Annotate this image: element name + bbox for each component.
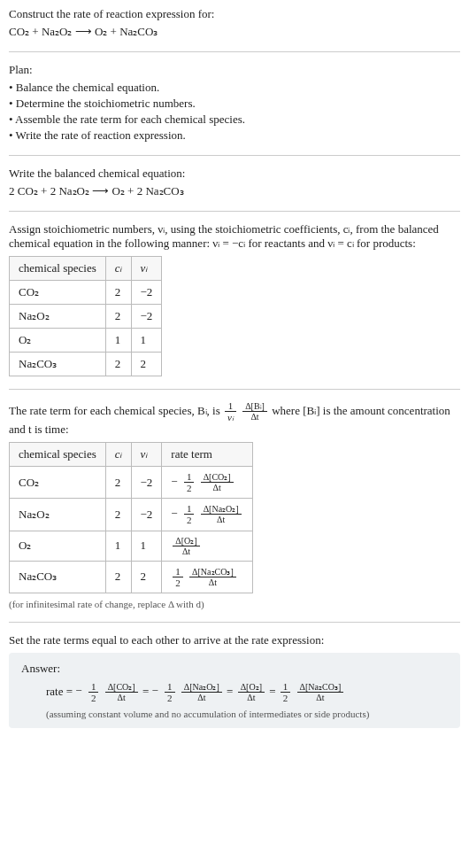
cell-species: Na₂CO₃ — [10, 561, 106, 593]
answer-box: Answer: rate = − 1 2 Δ[CO₂] Δt = − 1 2 Δ… — [9, 653, 460, 728]
col-nu: νᵢ — [131, 257, 162, 281]
cell-nu: 1 — [131, 531, 162, 561]
answer-label: Answer: — [21, 662, 448, 676]
col-rateterm: rate term — [162, 443, 252, 467]
cell-rateterm: − 1 2 Δ[Na₂O₂] Δt — [162, 499, 252, 531]
table-header-row: chemical species cᵢ νᵢ rate term — [10, 443, 253, 467]
plan-item: • Balance the chemical equation. — [9, 81, 460, 95]
cell-nu: 2 — [131, 561, 162, 593]
cell-nu: 1 — [131, 329, 162, 353]
cell-species: CO₂ — [10, 467, 106, 499]
cell-rateterm: Δ[O₂] Δt — [162, 531, 252, 561]
plan-item: • Write the rate of reaction expression. — [9, 128, 460, 143]
assign-section: Assign stoichiometric numbers, νᵢ, using… — [9, 222, 460, 376]
divider — [9, 51, 460, 52]
cell-nu: −2 — [131, 499, 162, 531]
cell-species: O₂ — [10, 531, 106, 561]
cell-species: Na₂CO₃ — [10, 353, 106, 376]
assign-text: Assign stoichiometric numbers, νᵢ, using… — [9, 222, 460, 251]
cell-c: 2 — [105, 561, 131, 593]
equals: = — [269, 684, 279, 697]
cell-nu: −2 — [131, 281, 162, 305]
cell-species: CO₂ — [10, 281, 106, 305]
coef-frac: 1 2 — [184, 503, 195, 525]
rateterm-table: chemical species cᵢ νᵢ rate term CO₂ 2 −… — [9, 442, 253, 593]
table-row: CO₂ 2 −2 — [10, 281, 162, 305]
cell-nu: −2 — [131, 305, 162, 329]
stoich-table: chemical species cᵢ νᵢ CO₂ 2 −2 Na₂O₂ 2 … — [9, 256, 162, 376]
balanced-equation: 2 CO₂ + 2 Na₂O₂ ⟶ O₂ + 2 Na₂CO₃ — [9, 184, 460, 198]
table-row: CO₂ 2 −2 − 1 2 Δ[CO₂] Δt — [10, 467, 253, 499]
plan-section: Plan: • Balance the chemical equation. •… — [9, 63, 460, 143]
delta-frac: Δ[CO₂] Δt — [105, 682, 138, 702]
cell-nu: 2 — [131, 353, 162, 376]
balanced-label: Write the balanced chemical equation: — [9, 167, 460, 181]
table-row: Na₂CO₃ 2 2 — [10, 353, 162, 376]
cell-c: 2 — [105, 499, 131, 531]
cell-species: Na₂O₂ — [10, 499, 106, 531]
delta-frac: Δ[Na₂O₂] Δt — [181, 682, 222, 702]
cell-c: 2 — [105, 467, 131, 499]
delta-frac: Δ[Na₂CO₃] Δt — [189, 567, 236, 587]
cell-nu: −2 — [131, 467, 162, 499]
col-nu: νᵢ — [131, 443, 162, 467]
delta-frac: Δ[O₂] Δt — [173, 536, 199, 556]
divider — [9, 622, 460, 623]
table-row: Na₂O₂ 2 −2 — [10, 305, 162, 329]
cell-rateterm: 1 2 Δ[Na₂CO₃] Δt — [162, 561, 252, 593]
equals: = — [227, 684, 236, 697]
answer-expression: rate = − 1 2 Δ[CO₂] Δt = − 1 2 Δ[Na₂O₂] … — [46, 681, 448, 703]
plan-item: • Determine the stoichiometric numbers. — [9, 97, 460, 111]
cell-rateterm: − 1 2 Δ[CO₂] Δt — [162, 467, 252, 499]
table-row: Na₂O₂ 2 −2 − 1 2 Δ[Na₂O₂] Δt — [10, 499, 253, 531]
table-row: O₂ 1 1 — [10, 329, 162, 353]
cell-c: 1 — [105, 531, 131, 561]
divider — [9, 155, 460, 156]
cell-c: 1 — [105, 329, 131, 353]
cell-species: O₂ — [10, 329, 106, 353]
table-row: Na₂CO₃ 2 2 1 2 Δ[Na₂CO₃] Δt — [10, 561, 253, 593]
delta-frac: Δ[O₂] Δt — [238, 682, 265, 702]
coef-frac: 1 2 — [88, 681, 99, 703]
delta-frac: Δ[Na₂CO₃] Δt — [297, 682, 344, 702]
coef-frac: 1 2 — [281, 681, 291, 703]
infinitesimal-note: (for infinitesimal rate of change, repla… — [9, 599, 460, 609]
cell-c: 2 — [105, 305, 131, 329]
balanced-section: Write the balanced chemical equation: 2 … — [9, 167, 460, 198]
table-row: O₂ 1 1 Δ[O₂] Δt — [10, 531, 253, 561]
col-species: chemical species — [10, 257, 106, 281]
plan-label: Plan: — [9, 63, 460, 77]
col-c: cᵢ — [105, 443, 131, 467]
equals: = — [142, 684, 152, 697]
frac-1-over-nu: 1 νᵢ — [225, 400, 236, 422]
cell-c: 2 — [105, 353, 131, 376]
rateterm-intro: The rate term for each chemical species,… — [9, 400, 460, 437]
delta-frac: Δ[CO₂] Δt — [201, 472, 234, 492]
delta-frac: Δ[Na₂O₂] Δt — [201, 504, 242, 524]
divider — [9, 389, 460, 390]
answer-note: (assuming constant volume and no accumul… — [46, 709, 448, 719]
problem-title: Construct the rate of reaction expressio… — [9, 7, 460, 21]
cell-species: Na₂O₂ — [10, 305, 106, 329]
coef-frac: 1 2 — [184, 471, 195, 493]
col-species: chemical species — [10, 443, 106, 467]
rate-prefix: rate = — [46, 684, 75, 697]
coef-frac: 1 2 — [173, 566, 183, 588]
unbalanced-equation: CO₂ + Na₂O₂ ⟶ O₂ + Na₂CO₃ — [9, 25, 460, 39]
plan-item: • Assemble the rate term for each chemic… — [9, 112, 460, 127]
cell-c: 2 — [105, 281, 131, 305]
frac-dB-dt: Δ[Bᵢ] Δt — [242, 401, 267, 422]
coef-frac: 1 2 — [165, 681, 175, 703]
table-header-row: chemical species cᵢ νᵢ — [10, 257, 162, 281]
divider — [9, 211, 460, 212]
rateterm-section: The rate term for each chemical species,… — [9, 400, 460, 609]
rateterm-intro-a: The rate term for each chemical species,… — [9, 404, 223, 417]
setequal-section: Set the rate terms equal to each other t… — [9, 633, 460, 728]
col-c: cᵢ — [105, 257, 131, 281]
problem-header: Construct the rate of reaction expressio… — [9, 7, 460, 39]
plan-list: • Balance the chemical equation. • Deter… — [9, 81, 460, 143]
setequal-text: Set the rate terms equal to each other t… — [9, 633, 460, 647]
